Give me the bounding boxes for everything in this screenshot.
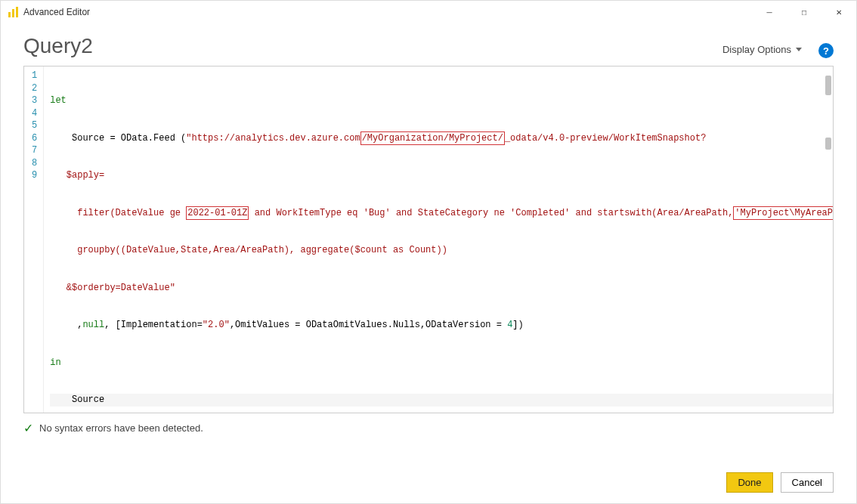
maximize-button[interactable]: □ xyxy=(787,1,821,23)
titlebar: Advanced Editor ─ □ ✕ xyxy=(1,1,856,23)
footer-buttons: Done Cancel xyxy=(726,472,834,493)
code-editor[interactable]: 1 2 3 4 5 6 7 8 9 let Source = OData.Fee… xyxy=(23,66,834,413)
done-button[interactable]: Done xyxy=(726,472,772,493)
highlight-org-project: /MyOrganization/MyProject/ xyxy=(360,131,505,146)
line-number-gutter: 1 2 3 4 5 6 7 8 9 xyxy=(24,66,44,413)
code-token: null xyxy=(82,320,104,330)
header: Query2 Display Options ? xyxy=(1,23,856,66)
display-options-dropdown[interactable]: Display Options xyxy=(718,41,806,58)
line-number: 4 xyxy=(32,107,37,120)
line-number: 5 xyxy=(32,119,37,132)
line-number: 8 xyxy=(32,157,37,170)
code-token: let xyxy=(50,95,67,106)
code-token: filter(DateValue ge xyxy=(50,208,186,218)
code-token: &$orderby=DateValue" xyxy=(50,283,175,293)
check-icon: ✓ xyxy=(23,421,33,435)
help-icon[interactable]: ? xyxy=(818,43,834,58)
code-token: groupby((DateValue,State,Area/AreaPath),… xyxy=(50,245,447,255)
code-token: $apply= xyxy=(50,170,104,181)
code-token: ]) xyxy=(512,320,523,330)
code-token: ,OmitValues = ODataOmitValues.Nulls,ODat… xyxy=(230,320,507,330)
code-token: Source = OData.Feed ( xyxy=(50,133,186,144)
minimize-button[interactable]: ─ xyxy=(752,1,787,23)
status-bar: ✓ No syntax errors have been detected. xyxy=(1,413,856,435)
display-options-label: Display Options xyxy=(722,44,791,55)
window-title: Advanced Editor xyxy=(23,7,90,17)
code-token: Source xyxy=(50,394,104,405)
code-token: "https://analytics.dev.azure.com xyxy=(186,133,360,144)
scrollbar-thumb[interactable] xyxy=(825,138,831,150)
highlight-areapath: 'MyProject\MyAreaPath'))/ xyxy=(733,206,833,221)
code-token: in xyxy=(50,357,60,368)
line-number: 1 xyxy=(32,70,37,82)
line-number: 7 xyxy=(32,144,37,157)
query-name-title: Query2 xyxy=(23,34,93,58)
line-number: 6 xyxy=(32,132,37,145)
close-button[interactable]: ✕ xyxy=(821,1,856,23)
code-token: , [Implementation= xyxy=(104,320,203,330)
chevron-down-icon xyxy=(796,48,802,51)
scrollbar-thumb[interactable] xyxy=(825,76,831,95)
code-token: "2.0" xyxy=(203,320,230,330)
code-token: , xyxy=(50,320,82,330)
line-number: 9 xyxy=(32,169,37,182)
cancel-button[interactable]: Cancel xyxy=(781,472,834,493)
scrollbar-vertical[interactable] xyxy=(821,68,831,411)
code-token: _odata/v4.0-preview/WorkItemSnapshot? xyxy=(505,133,706,144)
powerbi-logo-icon xyxy=(8,7,19,17)
line-number: 2 xyxy=(32,82,37,95)
code-area[interactable]: let Source = OData.Feed ("https://analyt… xyxy=(44,66,833,413)
highlight-date: 2022-01-01Z xyxy=(186,206,249,221)
line-number: 3 xyxy=(32,94,37,107)
code-token: and WorkItemType eq 'Bug' and StateCateg… xyxy=(249,208,733,218)
status-message: No syntax errors have been detected. xyxy=(39,422,203,434)
